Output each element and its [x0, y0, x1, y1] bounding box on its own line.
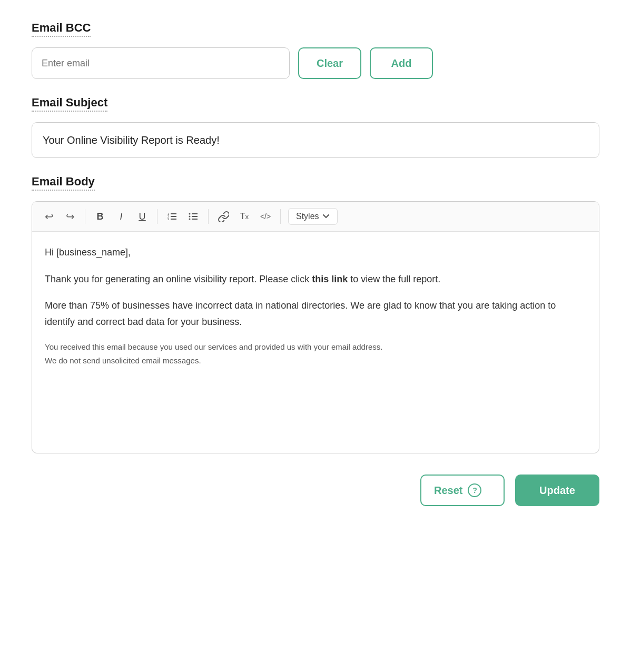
reset-button[interactable]: Reset ?	[420, 475, 505, 506]
body-label: Email Body	[32, 175, 95, 191]
italic-button[interactable]: I	[112, 207, 131, 226]
unordered-list-button[interactable]	[184, 207, 203, 226]
subject-section: Email Subject	[32, 96, 599, 158]
styles-label: Styles	[296, 212, 319, 221]
paragraph1-after: to view the full report.	[348, 274, 440, 284]
paragraph1-before: Thank you for generating an online visib…	[45, 274, 312, 284]
svg-text:3: 3	[167, 218, 170, 221]
bcc-row: Clear Add	[32, 47, 599, 79]
paragraph2: More than 75% of businesses have incorre…	[45, 298, 586, 330]
footer-line2: We do not send unsolicited email message…	[45, 356, 201, 365]
chevron-down-icon	[322, 213, 330, 220]
help-icon: ?	[468, 483, 481, 497]
editor-content[interactable]: Hi [business_name], Thank you for genera…	[32, 232, 599, 453]
clear-button[interactable]: Clear	[298, 47, 361, 79]
editor-container: ↩ ↪ B I U 1 2 3	[32, 201, 599, 453]
code-button[interactable]: </>	[256, 207, 275, 226]
underline-button[interactable]: U	[133, 207, 152, 226]
undo-button[interactable]: ↩	[40, 207, 58, 226]
reset-label: Reset	[434, 485, 462, 497]
toolbar-separator-4	[280, 209, 281, 224]
toolbar-separator-1	[85, 209, 85, 224]
footer-line1: You received this email because you used…	[45, 342, 382, 351]
svg-point-7	[189, 216, 191, 218]
redo-button[interactable]: ↪	[61, 207, 80, 226]
add-button[interactable]: Add	[370, 47, 433, 79]
footer-text: You received this email because you used…	[45, 340, 586, 367]
paragraph1: Thank you for generating an online visib…	[45, 271, 586, 288]
bcc-section: Email BCC Clear Add	[32, 21, 599, 79]
bcc-email-input[interactable]	[32, 47, 290, 79]
ordered-list-button[interactable]: 1 2 3	[163, 207, 182, 226]
greeting-text: Hi [business_name],	[45, 244, 586, 261]
bcc-label: Email BCC	[32, 21, 91, 37]
styles-dropdown[interactable]: Styles	[288, 208, 338, 225]
update-button[interactable]: Update	[515, 475, 599, 506]
svg-point-6	[189, 213, 191, 215]
footer-actions: Reset ? Update	[32, 475, 599, 506]
subject-label: Email Subject	[32, 96, 107, 112]
toolbar-separator-2	[157, 209, 157, 224]
subject-input[interactable]	[32, 122, 599, 158]
body-section: Email Body ↩ ↪ B I U 1 2 3	[32, 175, 599, 453]
toolbar-separator-3	[208, 209, 209, 224]
svg-point-8	[189, 219, 191, 220]
paragraph1-link: this link	[312, 274, 348, 284]
link-button[interactable]	[214, 207, 233, 226]
editor-toolbar: ↩ ↪ B I U 1 2 3	[32, 202, 599, 232]
bold-button[interactable]: B	[91, 207, 110, 226]
clear-format-button[interactable]: Tx	[235, 207, 254, 226]
